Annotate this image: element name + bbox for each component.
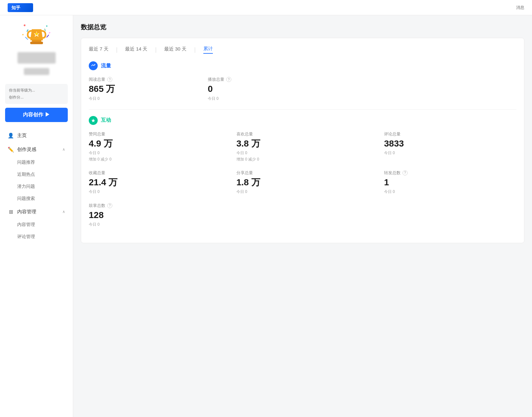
svg-text:知乎: 知乎 [11, 5, 21, 10]
clap-help-icon[interactable]: ? [107, 203, 112, 208]
tab-divider-1: | [116, 46, 118, 53]
stat-clap-label: 鼓掌总数 ? [89, 203, 221, 208]
svg-rect-1 [24, 24, 25, 26]
logo-icon: 知乎 [8, 3, 33, 12]
tab-14days[interactable]: 最近 14 天 [125, 46, 147, 53]
flow-section-title: 流量 [101, 63, 111, 69]
stat-share-label: 分享总量 [236, 170, 369, 176]
avatar-name-blur [24, 68, 49, 75]
stat-share-value: 1.8 万 [236, 177, 369, 188]
stat-play-total: 播放总量 ? 0 今日 0 [208, 77, 312, 102]
create-content-button[interactable]: 内容创作 ▶ [5, 108, 68, 122]
stat-repost-total: 转发总数 ? 1 今日 0 [384, 170, 516, 195]
stat-play-label: 播放总量 ? [208, 77, 312, 82]
sidebar: 你当前等级为... 创作分... 内容创作 ▶ 👤 主页 ✏️ 创作灵感 ∧ 问… [0, 15, 73, 417]
logo-area: 知乎 [8, 3, 33, 12]
svg-rect-9 [32, 40, 41, 42]
interact-section-title: 互动 [101, 117, 111, 124]
avatar-area [0, 23, 73, 80]
tab-total[interactable]: 累计 [203, 46, 213, 54]
stat-like-label: 喜欢总量 [236, 131, 369, 137]
stat-like-value: 3.8 万 [236, 138, 369, 149]
svg-point-13 [94, 64, 95, 65]
stat-agree-total: 赞同总量 4.9 万 今日 0 增加 0 减少 0 [89, 131, 221, 162]
sidebar-subitem-content-mgmt[interactable]: 内容管理 [0, 219, 73, 231]
user-score-text: 创作分... [9, 94, 64, 101]
interact-stats-row1: 赞同总量 4.9 万 今日 0 增加 0 减少 0 喜欢总量 3.8 万 [89, 131, 516, 162]
sidebar-subitem-question-recommend[interactable]: 问题推荐 [0, 156, 73, 168]
stat-read-total: 阅读总量 ? 865 万 今日 0 [89, 77, 192, 102]
stat-read-today: 今日 0 [89, 96, 192, 102]
flow-stats-grid: 阅读总量 ? 865 万 今日 0 播放总量 ? 0 今日 0 [89, 77, 312, 102]
stat-agree-label: 赞同总量 [89, 131, 221, 137]
stat-collect-value: 21.4 万 [89, 177, 221, 188]
read-help-icon[interactable]: ? [107, 77, 112, 82]
stat-repost-label: 转发总数 ? [384, 170, 516, 176]
data-overview-card: 最近 7 天 | 最近 14 天 | 最近 30 天 | 累计 流量 [81, 38, 524, 243]
tab-7days[interactable]: 最近 7 天 [89, 46, 108, 53]
svg-rect-10 [30, 42, 43, 44]
svg-rect-6 [48, 32, 50, 34]
sidebar-item-inspiration[interactable]: ✏️ 创作灵感 ∧ [0, 142, 73, 156]
interact-section-icon [89, 116, 98, 125]
stat-comment-today: 今日 0 [384, 150, 516, 156]
flow-section-icon [89, 61, 98, 70]
notification-label[interactable]: 消息 [516, 5, 524, 10]
sidebar-subitem-comment-mgmt[interactable]: 评论管理 [0, 231, 73, 243]
repost-help-icon[interactable]: ? [402, 170, 408, 175]
inspiration-icon: ✏️ [8, 146, 14, 153]
content-mgmt-chevron-icon: ∧ [62, 209, 65, 214]
sidebar-item-home[interactable]: 👤 主页 [0, 128, 73, 142]
main-content: 数据总览 最近 7 天 | 最近 14 天 | 最近 30 天 | 累计 [73, 15, 532, 417]
inspiration-chevron-icon: ∧ [62, 147, 65, 152]
stat-collect-total: 收藏总量 21.4 万 今日 0 [89, 170, 221, 195]
stat-clap-today: 今日 0 [89, 222, 221, 228]
tab-divider-3: | [194, 46, 196, 53]
sidebar-subitem-search[interactable]: 问题搜索 [0, 193, 73, 205]
stat-collect-label: 收藏总量 [89, 170, 221, 176]
sidebar-item-inspiration-label: 创作灵感 [17, 147, 36, 153]
stat-agree-value: 4.9 万 [89, 138, 221, 149]
sidebar-subitem-potential[interactable]: 潜力问题 [0, 181, 73, 193]
stat-agree-today: 今日 0 增加 0 减少 0 [89, 150, 221, 162]
sidebar-subitem-recent-hot[interactable]: 近期热点 [0, 168, 73, 181]
stat-clap-value: 128 [89, 210, 221, 221]
sidebar-item-content-mgmt[interactable]: ⊞ 内容管理 ∧ [0, 205, 73, 219]
tab-30days[interactable]: 最近 30 天 [164, 46, 186, 53]
stat-like-today: 今日 0 增加 0 减少 0 [236, 150, 369, 162]
stat-play-today: 今日 0 [208, 96, 312, 102]
stat-clap-total: 鼓掌总数 ? 128 今日 0 [89, 203, 221, 228]
svg-rect-5 [22, 34, 24, 36]
section-divider [89, 109, 516, 110]
svg-line-7 [25, 37, 28, 39]
flow-section-header: 流量 [89, 61, 516, 70]
nav-section: 👤 主页 ✏️ 创作灵感 ∧ 问题推荐 近期热点 潜力问题 问题搜索 [0, 128, 73, 243]
tab-divider-2: | [155, 46, 157, 53]
svg-line-8 [47, 35, 49, 37]
svg-marker-14 [91, 119, 95, 122]
interact-stats-row2: 收藏总量 21.4 万 今日 0 分享总量 1.8 万 今日 0 [89, 170, 516, 195]
trophy-icon [21, 23, 52, 48]
stat-read-label: 阅读总量 ? [89, 77, 192, 82]
interact-stats-row3: 鼓掌总数 ? 128 今日 0 [89, 203, 516, 228]
svg-rect-2 [46, 25, 47, 27]
play-help-icon[interactable]: ? [226, 77, 231, 82]
content-mgmt-icon: ⊞ [8, 208, 14, 215]
stat-like-total: 喜欢总量 3.8 万 今日 0 增加 0 减少 0 [236, 131, 369, 162]
home-icon: 👤 [8, 132, 14, 139]
page-title: 数据总览 [81, 23, 524, 31]
stat-read-value: 865 万 [89, 84, 192, 94]
stat-share-total: 分享总量 1.8 万 今日 0 [236, 170, 369, 195]
topbar: 知乎 消息 [0, 0, 532, 15]
sidebar-item-content-mgmt-label: 内容管理 [17, 209, 36, 215]
user-info-box: 你当前等级为... 创作分... [5, 84, 68, 104]
layout: 你当前等级为... 创作分... 内容创作 ▶ 👤 主页 ✏️ 创作灵感 ∧ 问… [0, 0, 532, 417]
sidebar-item-home-label: 主页 [17, 133, 27, 139]
stat-collect-today: 今日 0 [89, 189, 221, 195]
interact-section-header: 互动 [89, 116, 516, 125]
stat-comment-total: 评论总量 3833 今日 0 [384, 131, 516, 162]
tabs-row: 最近 7 天 | 最近 14 天 | 最近 30 天 | 累计 [89, 46, 516, 54]
stat-repost-today: 今日 0 [384, 189, 516, 195]
stat-comment-label: 评论总量 [384, 131, 516, 137]
avatar-blur [18, 52, 56, 64]
